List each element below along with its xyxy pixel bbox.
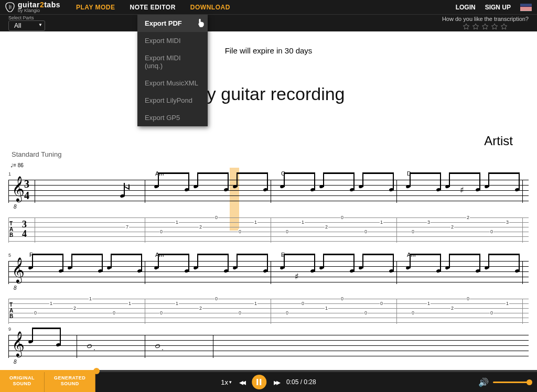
flag-us-icon[interactable] bbox=[520, 4, 532, 11]
brand-sub: by Klangio bbox=[18, 8, 60, 13]
tuning-label: Standard Tuning bbox=[12, 150, 61, 158]
download-item[interactable]: Export LilyPond bbox=[137, 92, 208, 109]
music-system: AmCD1𝄞834♯TAB347012001012001032203 bbox=[8, 170, 529, 243]
pause-icon bbox=[257, 379, 262, 385]
progress-knob[interactable] bbox=[93, 368, 100, 374]
auth-links: LOGIN SIGN UP bbox=[456, 4, 532, 11]
rating-stars[interactable] bbox=[442, 23, 529, 30]
download-item[interactable]: Export GP5 bbox=[137, 109, 208, 126]
fret-number: 0 bbox=[34, 310, 37, 315]
fret-number: 1 bbox=[175, 301, 179, 306]
fret-number: 1 bbox=[380, 220, 383, 225]
player-bar: ORIGINALSOUND GENERATEDSOUND 1x ◂◂ ▸▸ 0:… bbox=[0, 372, 537, 392]
nav-download[interactable]: DOWNLOAD bbox=[190, 4, 230, 11]
download-item[interactable]: Export MusicXML bbox=[137, 74, 208, 92]
tablature[interactable]: TAB012101012001001000012001 bbox=[8, 299, 529, 324]
fret-number: 0 bbox=[112, 310, 116, 315]
download-item[interactable]: Export PDF bbox=[137, 15, 208, 32]
tab-original-sound[interactable]: ORIGINALSOUND bbox=[0, 372, 45, 392]
download-item[interactable]: Export MIDI bbox=[137, 32, 208, 49]
staff[interactable]: 1𝄞834♯ bbox=[8, 180, 529, 203]
fret-number: 2 bbox=[450, 306, 454, 311]
star-icon[interactable] bbox=[491, 23, 498, 30]
volume-icon[interactable]: 🔊 bbox=[478, 377, 489, 387]
select-parts-label: Select Parts bbox=[8, 15, 45, 20]
sub-bar: Select Parts All How do you like the tra… bbox=[0, 15, 537, 31]
play-pause-button[interactable] bbox=[252, 375, 266, 389]
login-link[interactable]: LOGIN bbox=[456, 4, 476, 11]
volume-knob[interactable] bbox=[527, 379, 532, 385]
octave-sub: 8 bbox=[14, 285, 17, 291]
measure-number: 1 bbox=[8, 171, 11, 177]
half-note: . bbox=[155, 344, 160, 348]
fret-number: 0 bbox=[301, 301, 305, 306]
nav-note-editor[interactable]: NOTE EDITOR bbox=[130, 4, 176, 11]
download-item[interactable]: Export MIDI (unq.) bbox=[137, 49, 208, 74]
fret-number: 0 bbox=[238, 310, 242, 315]
brand[interactable]: guitar2tabs by Klangio bbox=[5, 1, 60, 13]
fret-number: 0 bbox=[340, 215, 344, 220]
tab-generated-sound[interactable]: GENERATEDSOUND bbox=[45, 372, 95, 392]
measure-number: 9 bbox=[8, 326, 11, 332]
signup-link[interactable]: SIGN UP bbox=[485, 4, 511, 11]
music-system: E9𝄞8..TAB bbox=[8, 333, 529, 358]
top-bar: guitar2tabs by Klangio PLAY MODE NOTE ED… bbox=[0, 0, 537, 15]
fret-number: 1 bbox=[427, 301, 431, 306]
fret-number: 1 bbox=[49, 301, 53, 306]
fret-number: 0 bbox=[364, 229, 368, 234]
fret-number: 0 bbox=[285, 229, 289, 234]
fret-number: 0 bbox=[340, 296, 344, 301]
nav-play-mode[interactable]: PLAY MODE bbox=[76, 4, 115, 11]
fret-number: 2 bbox=[199, 224, 202, 230]
rating-block: How do you like the transcription? bbox=[442, 16, 529, 30]
rewind-button[interactable]: ◂◂ bbox=[239, 377, 244, 387]
staff[interactable]: 5𝄞8♯ bbox=[8, 261, 529, 284]
fret-number: 0 bbox=[490, 229, 493, 234]
fret-number: 0 bbox=[285, 310, 289, 315]
guitar-pick-icon bbox=[5, 2, 15, 13]
treble-clef-icon: 𝄞 bbox=[12, 176, 25, 201]
select-parts-dropdown[interactable]: All bbox=[8, 20, 45, 31]
star-icon[interactable] bbox=[500, 23, 508, 30]
fret-number: 0 bbox=[380, 301, 383, 306]
fret-number: 0 bbox=[466, 296, 470, 301]
sharp-accidental: ♯ bbox=[460, 185, 464, 195]
octave-sub: 8 bbox=[14, 204, 17, 210]
star-icon[interactable] bbox=[463, 23, 470, 30]
progress-track[interactable] bbox=[0, 370, 537, 372]
fret-number: 1 bbox=[325, 306, 328, 311]
tablature[interactable]: TAB347012001012001032203 bbox=[8, 217, 529, 243]
progress-fill bbox=[0, 370, 96, 372]
fret-number: 1 bbox=[89, 296, 92, 301]
fret-number: 1 bbox=[301, 220, 305, 225]
fret-number: 1 bbox=[128, 301, 132, 306]
fret-number: 3 bbox=[506, 220, 509, 225]
fret-number: 0 bbox=[364, 310, 368, 315]
brand-name: guitar2tabs bbox=[18, 1, 60, 8]
tempo-mark: 86 bbox=[10, 162, 24, 168]
fret-number: 3 bbox=[427, 220, 431, 225]
artist-name: Artist bbox=[484, 134, 513, 148]
song-title: my guitar recording bbox=[192, 84, 345, 104]
star-icon[interactable] bbox=[472, 23, 479, 30]
forward-button[interactable]: ▸▸ bbox=[274, 377, 279, 387]
main-nav: PLAY MODE NOTE EDITOR DOWNLOAD bbox=[76, 4, 230, 11]
star-icon[interactable] bbox=[481, 23, 489, 30]
treble-clef-icon: 𝄞 bbox=[12, 331, 25, 356]
fret-number: 1 bbox=[254, 220, 257, 225]
fret-number: 1 bbox=[254, 301, 257, 306]
fret-number: 2 bbox=[199, 306, 202, 311]
measure-number: 5 bbox=[8, 253, 11, 258]
octave-sub: 8 bbox=[14, 359, 17, 365]
fret-number: 2 bbox=[73, 306, 77, 311]
time-signature: 34 bbox=[24, 179, 29, 202]
staff[interactable]: 9𝄞8.. bbox=[8, 335, 529, 358]
time-display: 0:05 / 0:28 bbox=[286, 378, 316, 386]
treble-clef-icon: 𝄞 bbox=[12, 257, 25, 282]
volume-track[interactable] bbox=[493, 382, 530, 383]
fret-number: 0 bbox=[214, 215, 218, 220]
sharp-accidental: ♯ bbox=[295, 271, 299, 281]
speed-selector[interactable]: 1x bbox=[221, 378, 232, 386]
pointer-cursor-icon bbox=[197, 18, 205, 27]
fret-number: 0 bbox=[411, 310, 415, 315]
